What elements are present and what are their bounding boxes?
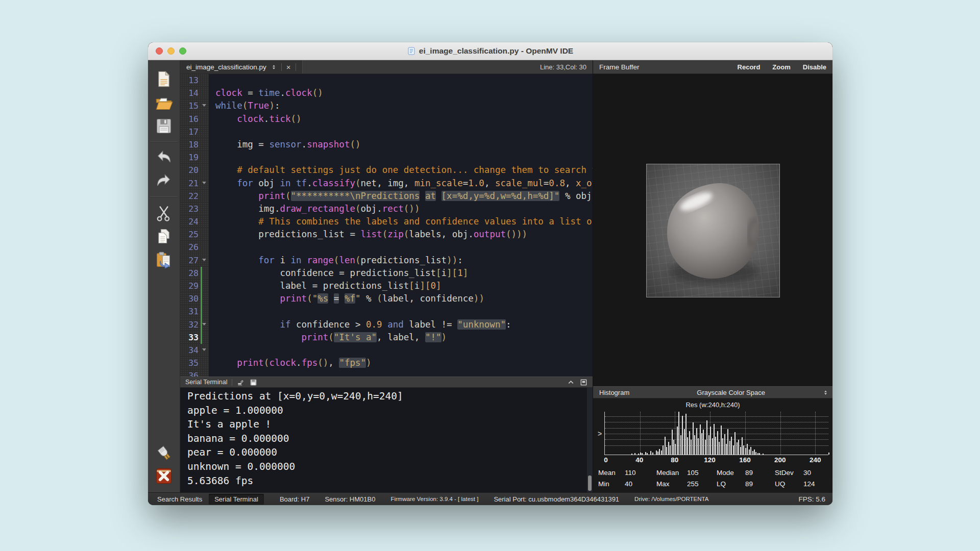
document-select-icon[interactable]	[271, 64, 277, 70]
histogram-bar	[698, 438, 699, 455]
histogram-body: Res (w:240,h:240) > 04080120160200240 Me…	[593, 398, 832, 492]
line-number: 26	[180, 241, 199, 254]
histogram-axis-ticks: 04080120160200240	[604, 456, 828, 466]
record-button[interactable]: Record	[738, 63, 761, 71]
terminal-line: banana = 0.000000	[187, 433, 593, 447]
histogram-bar	[712, 438, 713, 455]
histogram-bar	[665, 437, 666, 455]
fold-arrow-icon[interactable]	[202, 323, 206, 325]
tab-label: ei_image_classification.py	[186, 63, 266, 71]
collapse-icon[interactable]	[567, 379, 575, 386]
paste-button[interactable]	[155, 251, 173, 269]
code-text: predictions_list = list(zip(labels, obj.…	[209, 228, 593, 241]
axis-tick-label: 80	[671, 456, 678, 464]
code-text: confidence = predictions_list[i][1]	[209, 267, 593, 280]
axis-tick-label: 240	[810, 456, 821, 464]
line-number: 17	[180, 126, 199, 138]
editor-gutter: 17	[180, 126, 209, 138]
save-icon	[155, 117, 173, 135]
code-line: 15while(True):	[180, 99, 593, 112]
histogram-bar	[682, 416, 683, 455]
statusbar-tab-search-results[interactable]: Search Results	[152, 494, 208, 505]
histogram-bar	[731, 437, 732, 455]
code-text	[209, 369, 593, 377]
close-tab-icon[interactable]: ×	[286, 63, 291, 71]
undo-button[interactable]	[155, 148, 173, 167]
code-editor[interactable]: 1314clock = time.clock()15while(True):16…	[180, 74, 593, 377]
editor-gutter: 23	[180, 203, 209, 215]
stop-button[interactable]	[155, 467, 173, 485]
v-gridline	[780, 412, 781, 455]
disable-button[interactable]: Disable	[803, 63, 826, 71]
clean-log-icon[interactable]	[237, 379, 244, 386]
histogram-bar	[693, 422, 694, 455]
histogram-bar	[729, 441, 730, 455]
open-folder-button[interactable]	[155, 93, 173, 112]
save-log-icon[interactable]	[250, 379, 257, 386]
copy-button[interactable]	[155, 227, 173, 245]
toolbar-separator	[150, 196, 178, 197]
tab-separator	[281, 63, 282, 71]
fold-arrow-icon[interactable]	[202, 104, 206, 107]
h-gridline	[605, 428, 828, 429]
terminal-scrollbar-thumb[interactable]	[588, 475, 592, 491]
colorspace-dropdown[interactable]: Grayscale Color Space	[629, 389, 832, 396]
fold-arrow-icon[interactable]	[202, 182, 206, 184]
histogram-bar	[694, 435, 695, 455]
redo-button[interactable]	[155, 172, 173, 190]
main-content: ei_image_classification.py × Line: 33,Co…	[148, 60, 832, 492]
tab-ei-image-classification[interactable]: ei_image_classification.py ×	[180, 60, 303, 73]
code-line: 32 if confidence > 0.9 and label != "unk…	[180, 318, 593, 331]
histogram-bar	[763, 454, 764, 455]
editor-gutter: 36	[180, 369, 209, 377]
frame-buffer-pane: Frame Buffer RecordZoomDisable	[593, 60, 832, 492]
code-text: # default settings just do one detection…	[209, 164, 593, 177]
line-number: 32	[180, 318, 199, 331]
line-number: 27	[180, 254, 199, 267]
apple-grayscale-image	[647, 164, 779, 297]
new-file-button[interactable]	[155, 70, 173, 88]
frame-buffer-header: Frame Buffer RecordZoomDisable	[593, 60, 832, 74]
histogram-bar	[755, 452, 756, 455]
frame-buffer-view[interactable]	[593, 74, 832, 386]
minimize-window-button[interactable]	[167, 47, 175, 55]
code-line: 13	[180, 74, 593, 87]
fold-arrow-icon[interactable]	[202, 259, 206, 261]
histogram-bar	[715, 437, 716, 455]
cut-button[interactable]	[155, 204, 173, 222]
line-number: 18	[180, 138, 199, 151]
histogram-bar	[708, 435, 709, 455]
save-button[interactable]	[155, 117, 173, 135]
terminal-line: unknown = 0.000000	[187, 461, 593, 475]
statusbar-tab-serial-terminal[interactable]: Serial Terminal	[209, 494, 264, 505]
statusbar-board: Board: H7	[280, 495, 310, 503]
close-window-button[interactable]	[156, 47, 163, 55]
histogram-bar	[691, 440, 692, 455]
histogram-stats: Mean110Median105Mode89StDev30Min40Max255…	[593, 467, 832, 488]
detach-icon[interactable]	[580, 379, 587, 386]
line-number: 15	[180, 99, 199, 112]
fold-arrow-icon[interactable]	[202, 348, 206, 351]
histogram-collapse-arrow[interactable]: >	[595, 430, 604, 438]
stat-label: Min	[598, 480, 625, 488]
line-number: 16	[180, 113, 199, 126]
editor-gutter: 18	[180, 138, 209, 151]
terminal-line: It's a apple !	[187, 418, 593, 433]
stat-label: UQ	[775, 480, 803, 488]
window-titlebar[interactable]: ei_image_classification.py - OpenMV IDE	[148, 42, 832, 60]
terminal-scrollbar[interactable]	[587, 388, 593, 492]
statusbar-serial-port: Serial Port: cu.usbmodem364D346431391	[494, 495, 619, 503]
header-separator	[232, 379, 232, 386]
serial-terminal-output[interactable]: Predictions at [x=0,y=0,w=240,h=240]appl…	[180, 388, 593, 492]
code-line: 20 # default settings just do one detect…	[180, 164, 593, 177]
editor-gutter: 21	[180, 177, 209, 190]
editor-gutter: 16	[180, 113, 209, 126]
code-text	[209, 241, 593, 254]
connect-button[interactable]	[155, 443, 173, 462]
histogram-bar	[647, 453, 648, 455]
histogram-bar	[727, 429, 728, 455]
zoom-button[interactable]: Zoom	[772, 63, 790, 71]
main-toolbar	[148, 60, 180, 492]
terminal-line: 5.63686 fps	[187, 475, 593, 489]
maximize-window-button[interactable]	[179, 47, 186, 55]
